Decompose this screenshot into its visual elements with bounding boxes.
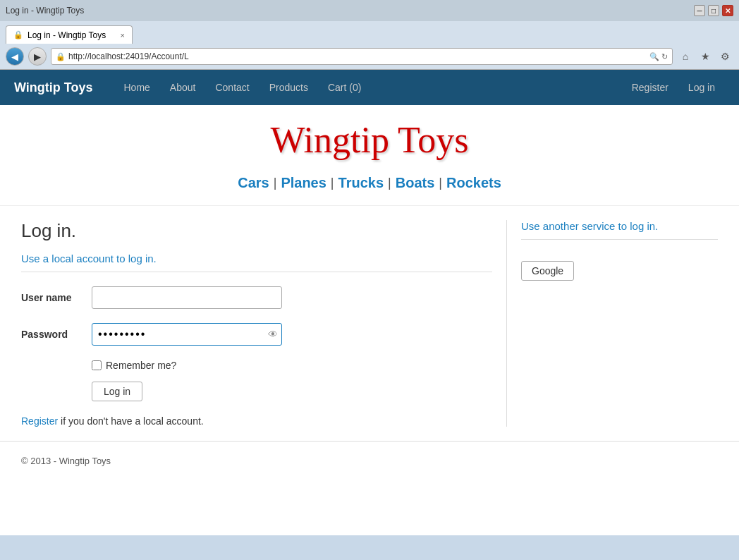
register-text: if you don't have a local account. bbox=[61, 415, 204, 427]
navbar: Wingtip Toys Home About Contact Products… bbox=[0, 70, 739, 105]
nav-link-home[interactable]: Home bbox=[114, 70, 160, 105]
google-login-button[interactable]: Google bbox=[521, 261, 574, 281]
category-trucks[interactable]: Trucks bbox=[338, 175, 384, 191]
remember-me-label: Remember me? bbox=[106, 360, 176, 371]
page-content: Wingtip Toys Cars | Planes | Trucks | Bo… bbox=[0, 105, 739, 535]
address-text: http://localhost:24019/Account/L bbox=[68, 51, 647, 61]
nav-item-about[interactable]: About bbox=[160, 70, 206, 105]
main-body: Log in. Use a local account to log in. U… bbox=[0, 206, 739, 441]
tab-bar: 🔒 Log in - Wingtip Toys × bbox=[0, 21, 739, 44]
nav-item-contact[interactable]: Contact bbox=[205, 70, 259, 105]
navbar-right: Register Log in bbox=[622, 70, 725, 105]
password-toggle-icon[interactable]: 👁 bbox=[268, 329, 278, 340]
nav-item-products[interactable]: Products bbox=[259, 70, 318, 105]
page-header: Wingtip Toys Cars | Planes | Trucks | Bo… bbox=[0, 105, 739, 206]
remember-me-checkbox[interactable] bbox=[92, 360, 102, 370]
separator-1: | bbox=[274, 176, 277, 190]
divider-right bbox=[521, 239, 718, 240]
address-input-wrap: 🔒 http://localhost:24019/Account/L 🔍 ↻ bbox=[51, 48, 673, 65]
nav-link-contact[interactable]: Contact bbox=[205, 70, 259, 105]
title-bar: Log in - Wingtip Toys ─ □ ✕ bbox=[0, 0, 739, 21]
tab-title: Log in - Wingtip Toys bbox=[28, 30, 106, 40]
password-label: Password bbox=[21, 329, 92, 340]
separator-3: | bbox=[388, 176, 391, 190]
settings-icon[interactable]: ⚙ bbox=[716, 48, 733, 65]
category-nav: Cars | Planes | Trucks | Boats | Rockets bbox=[0, 168, 739, 198]
nav-link-about[interactable]: About bbox=[160, 70, 206, 105]
category-cars[interactable]: Cars bbox=[238, 175, 269, 191]
window-title: Log in - Wingtip Toys bbox=[6, 6, 84, 16]
footer: © 2013 - Wingtip Toys bbox=[0, 441, 739, 480]
back-button[interactable]: ◀ bbox=[6, 47, 24, 66]
category-planes[interactable]: Planes bbox=[281, 175, 326, 191]
right-section: Use another service to log in. Google bbox=[506, 220, 718, 427]
separator-4: | bbox=[439, 176, 442, 190]
home-icon[interactable]: ⌂ bbox=[677, 48, 694, 65]
navbar-brand[interactable]: Wingtip Toys bbox=[14, 80, 93, 95]
remember-me-group: Remember me? bbox=[92, 360, 492, 371]
favorites-icon[interactable]: ★ bbox=[697, 48, 714, 65]
refresh-icon[interactable]: ↻ bbox=[661, 52, 668, 61]
username-input[interactable] bbox=[92, 286, 282, 309]
address-icons: 🔍 ↻ bbox=[649, 52, 668, 61]
maximize-button[interactable]: □ bbox=[708, 5, 719, 16]
site-logo: Wingtip Toys bbox=[0, 119, 739, 161]
copyright-text: © 2013 - Wingtip Toys bbox=[21, 456, 111, 466]
nav-link-cart[interactable]: Cart (0) bbox=[318, 70, 371, 105]
divider-left bbox=[21, 272, 492, 272]
login-button[interactable]: Log in bbox=[92, 382, 142, 401]
other-service-subheading: Use another service to log in. bbox=[521, 220, 718, 232]
password-input[interactable] bbox=[92, 323, 282, 346]
nav-link-register[interactable]: Register bbox=[622, 70, 678, 105]
login-heading: Log in. bbox=[21, 220, 492, 242]
window-controls: ─ □ ✕ bbox=[694, 5, 733, 16]
address-bar: ◀ ▶ 🔒 http://localhost:24019/Account/L 🔍… bbox=[0, 44, 739, 69]
browser-chrome: Log in - Wingtip Toys ─ □ ✕ 🔒 Log in - W… bbox=[0, 0, 739, 70]
navbar-nav: Home About Contact Products Cart (0) bbox=[114, 70, 622, 105]
separator-2: | bbox=[331, 176, 334, 190]
local-account-subheading: Use a local account to log in. bbox=[21, 252, 492, 264]
password-wrap: 👁 bbox=[92, 323, 282, 346]
nav-item-home[interactable]: Home bbox=[114, 70, 160, 105]
close-button[interactable]: ✕ bbox=[722, 5, 733, 16]
username-group: User name bbox=[21, 286, 492, 309]
minimize-button[interactable]: ─ bbox=[694, 5, 705, 16]
left-section: Log in. Use a local account to log in. U… bbox=[21, 220, 492, 427]
nav-link-login[interactable]: Log in bbox=[678, 70, 725, 105]
register-link[interactable]: Register bbox=[21, 415, 58, 427]
browser-action-icons: ⌂ ★ ⚙ bbox=[677, 48, 733, 65]
username-label: User name bbox=[21, 292, 92, 303]
register-link-row: Register if you don't have a local accou… bbox=[21, 415, 492, 427]
password-group: Password 👁 bbox=[21, 323, 492, 346]
active-tab[interactable]: 🔒 Log in - Wingtip Toys × bbox=[6, 25, 133, 44]
category-rockets[interactable]: Rockets bbox=[446, 175, 501, 191]
tab-close-button[interactable]: × bbox=[121, 31, 125, 39]
nav-link-products[interactable]: Products bbox=[259, 70, 318, 105]
category-boats[interactable]: Boats bbox=[396, 175, 435, 191]
search-icon[interactable]: 🔍 bbox=[649, 52, 659, 61]
tab-favicon: 🔒 bbox=[13, 30, 23, 39]
forward-button[interactable]: ▶ bbox=[28, 47, 47, 66]
nav-item-cart[interactable]: Cart (0) bbox=[318, 70, 371, 105]
address-favicon: 🔒 bbox=[56, 52, 66, 61]
